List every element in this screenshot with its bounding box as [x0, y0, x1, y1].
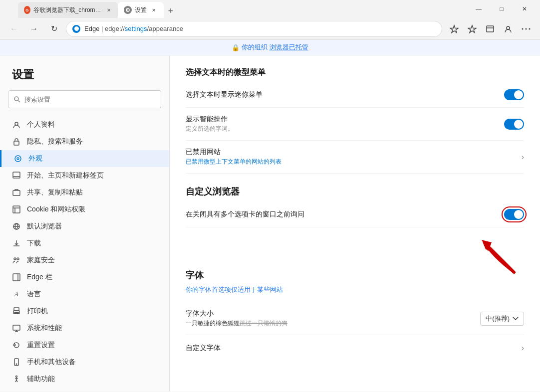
search-input[interactable] — [24, 96, 156, 103]
sidebar-item-label-profile: 个人资料 — [27, 120, 55, 129]
sidebar-item-label-default-browser: 默认浏览器 — [27, 222, 62, 231]
fonts-section-subtitle: 你的字体首选项仅适用于某些网站 — [186, 285, 524, 294]
sidebar-item-about[interactable]: 关于 Microsoft Edge — [0, 388, 169, 392]
share-nav-icon — [12, 188, 21, 197]
sidebar-item-default-browser[interactable]: 默认浏览器 — [0, 218, 169, 235]
sidebar-item-system[interactable]: 系统和性能 — [0, 320, 169, 337]
sidebar-item-startup[interactable]: 开始、主页和新建标签页 — [0, 167, 169, 184]
sidebar-item-printing[interactable]: 打印机 — [0, 303, 169, 320]
tab-chrome-download[interactable]: G 谷歌浏览器下载_chrome浏览器... ✕ — [18, 2, 118, 18]
sidebar-item-languages[interactable]: A 语言 — [0, 286, 169, 303]
sidebar-item-edge-bar[interactable]: Edge 栏 — [0, 269, 169, 286]
window-controls: — □ ✕ — [467, 1, 536, 17]
custom-fonts-label: 自定义字体 — [186, 344, 522, 353]
forward-button[interactable]: → — [26, 21, 42, 37]
svg-point-7 — [529, 28, 531, 29]
sidebar-item-label-system: 系统和性能 — [27, 324, 62, 333]
show-mini-menu-toggle[interactable] — [504, 89, 524, 100]
sidebar-item-downloads[interactable]: 下载 — [0, 235, 169, 252]
startup-nav-icon — [12, 171, 21, 180]
back-button[interactable]: ← — [6, 21, 22, 37]
new-tab-button[interactable]: + — [164, 4, 178, 18]
sidebar-item-privacy[interactable]: 隐私、搜索和服务 — [0, 133, 169, 150]
close-button[interactable]: ✕ — [513, 1, 536, 17]
custom-fonts-item[interactable]: 自定义字体 › — [186, 335, 524, 361]
sidebar-item-accessibility[interactable]: 辅助功能 — [0, 371, 169, 388]
sidebar-item-cookies[interactable]: Cookie 和网站权限 — [0, 201, 169, 218]
red-arrow-annotation — [424, 217, 524, 277]
disabled-sites-item[interactable]: 已禁用网站 已禁用微型上下文菜单的网站的列表 › — [186, 141, 524, 174]
title-bar: G 谷歌浏览器下载_chrome浏览器... ✕ 设置 ✕ + — □ ✕ — [0, 0, 540, 18]
address-path-text: settings — [125, 25, 147, 32]
show-mini-menu-item: 选择文本时显示迷你菜单 — [186, 82, 524, 108]
refresh-button[interactable]: ↻ — [46, 21, 62, 37]
maximize-button[interactable]: □ — [490, 1, 513, 17]
sidebar-item-label-privacy: 隐私、搜索和服务 — [27, 137, 83, 146]
notification-lock-icon: 🔒 — [232, 44, 240, 51]
svg-rect-23 — [13, 325, 20, 330]
customize-section-title: 自定义浏览器 — [186, 186, 524, 197]
svg-line-29 — [487, 245, 514, 272]
tab-close-chrome[interactable]: ✕ — [105, 6, 112, 14]
collections-icon[interactable] — [482, 21, 498, 37]
tab-title-settings: 设置 — [135, 6, 147, 14]
sidebar-item-appearance[interactable]: 外观 — [0, 150, 169, 167]
notification-bar: 🔒 你的组织 浏览器已托管 — [0, 40, 540, 55]
system-nav-icon — [12, 324, 21, 333]
mini-menu-section-title: 选择文本时的微型菜单 — [186, 59, 524, 82]
svg-rect-22 — [14, 312, 18, 314]
svg-rect-0 — [5, 5, 13, 13]
svg-point-25 — [16, 364, 17, 365]
minimize-button[interactable]: — — [467, 1, 490, 17]
svg-point-2 — [127, 9, 128, 10]
printing-nav-icon — [12, 307, 21, 316]
smart-actions-item: 显示智能操作 定义所选的字词。 — [186, 108, 524, 141]
nav-right-icons — [446, 21, 534, 37]
sidebar-item-family[interactable]: 家庭安全 — [0, 252, 169, 269]
address-text: Edge | edge://settings/appearance — [84, 25, 183, 32]
custom-fonts-left: 自定义字体 — [186, 344, 522, 353]
notification-text: 你的组织 — [242, 43, 268, 52]
sidebar-item-reset[interactable]: 重置设置 — [0, 337, 169, 354]
favorites-icon[interactable] — [446, 21, 462, 37]
notification-link[interactable]: 浏览器已托管 — [270, 43, 308, 52]
content-area: 选择文本时的微型菜单 选择文本时显示迷你菜单 显示智能操作 定义所选的字词。 — [170, 55, 540, 392]
tab-settings[interactable]: 设置 ✕ — [118, 2, 164, 18]
svg-point-12 — [17, 158, 19, 160]
font-size-left: 字体大小 一只敏捷的棕色狐狸跳过一只懒惰的狗 — [186, 309, 480, 328]
svg-point-8 — [14, 97, 18, 101]
font-size-item: 字体大小 一只敏捷的棕色狐狸跳过一只懒惰的狗 中(推荐) — [186, 302, 524, 335]
font-preview-text: 一只敏捷的棕色狐狸 — [186, 320, 240, 327]
search-icon — [13, 96, 20, 103]
sidebar-item-label-edge-bar: Edge 栏 — [27, 273, 52, 282]
reset-nav-icon — [12, 341, 21, 350]
search-box[interactable] — [8, 90, 161, 108]
arrow-space — [186, 227, 524, 257]
smart-actions-left: 显示智能操作 定义所选的字词。 — [186, 115, 504, 133]
svg-rect-10 — [14, 141, 19, 145]
font-size-select[interactable]: 中(推荐) — [480, 312, 524, 326]
sidebar-item-share[interactable]: 共享、复制和粘贴 — [0, 184, 169, 201]
smart-actions-toggle[interactable] — [504, 119, 524, 130]
edge-bar-nav-icon — [12, 273, 21, 282]
smart-actions-label: 显示智能操作 — [186, 115, 504, 124]
svg-point-17 — [14, 258, 16, 260]
sidebar-item-profile[interactable]: 个人资料 — [0, 116, 169, 133]
sidebar-item-mobile[interactable]: 手机和其他设备 — [0, 354, 169, 371]
languages-nav-icon: A — [12, 290, 21, 299]
tab-close-settings[interactable]: ✕ — [150, 6, 158, 14]
sidebar-title: 设置 — [0, 63, 169, 90]
more-menu-icon[interactable] — [518, 21, 534, 37]
svg-rect-20 — [14, 308, 19, 311]
star-icon[interactable] — [464, 21, 480, 37]
downloads-nav-icon — [12, 239, 21, 248]
sidebar-item-label-family: 家庭安全 — [27, 256, 55, 265]
show-mini-menu-left: 选择文本时显示迷你菜单 — [186, 90, 504, 99]
font-size-preview: 一只敏捷的棕色狐狸跳过一只懒惰的狗 — [186, 319, 480, 328]
profile-icon[interactable] — [500, 21, 516, 37]
smart-actions-desc: 定义所选的字词。 — [186, 125, 504, 133]
toggle-knob — [514, 90, 523, 99]
address-bar[interactable]: Edge | edge://settings/appearance — [66, 21, 442, 37]
sidebar-item-label-downloads: 下载 — [27, 239, 41, 248]
disabled-sites-desc: 已禁用微型上下文菜单的网站的列表 — [186, 158, 522, 166]
